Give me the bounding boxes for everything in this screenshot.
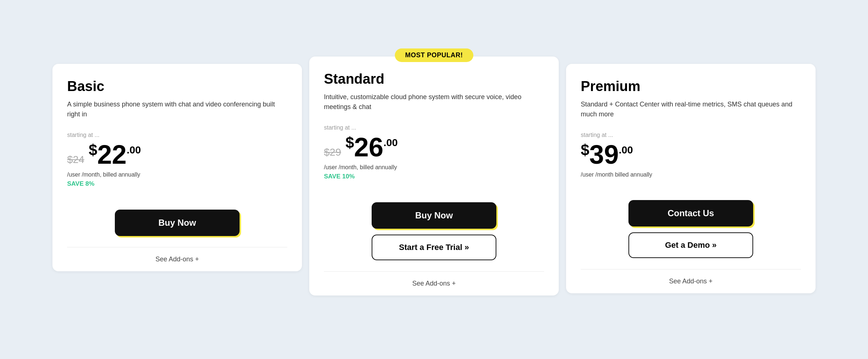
pricing-card-standard: MOST POPULAR! Standard Intuitive, custom… xyxy=(309,57,559,295)
price-dollar-premium: $ xyxy=(581,141,589,159)
price-cents-premium: .00 xyxy=(619,144,633,156)
price-amount-basic: 22 xyxy=(97,141,127,168)
btn-secondary-premium-1[interactable]: Get a Demo » xyxy=(628,232,753,258)
most-popular-badge: MOST POPULAR! xyxy=(395,48,473,62)
price-row-premium: $ 39 .00 xyxy=(581,141,801,168)
plan-description-premium: Standard + Contact Center with real-time… xyxy=(581,99,801,122)
pricing-container: Basic A simple business phone system wit… xyxy=(30,64,838,295)
card-footer-premium[interactable]: See Add-ons + xyxy=(581,269,801,293)
price-dollar-basic: $ xyxy=(89,141,97,159)
price-cents-basic: .00 xyxy=(127,144,141,156)
price-row-basic: $24 $ 22 .00 xyxy=(67,141,287,168)
price-old-basic: $24 xyxy=(67,154,84,166)
card-body-premium: Premium Standard + Contact Center with r… xyxy=(581,79,801,189)
buttons-area-standard: Buy NowStart a Free Trial » xyxy=(324,191,544,268)
pricing-card-premium: Premium Standard + Contact Center with r… xyxy=(566,64,816,293)
price-save-standard: SAVE 10% xyxy=(324,173,544,180)
price-save-basic: SAVE 8% xyxy=(67,180,287,188)
buttons-area-basic: Buy Now xyxy=(67,199,287,243)
pricing-card-basic: Basic A simple business phone system wit… xyxy=(52,64,302,271)
price-amount-premium: 39 xyxy=(589,141,619,168)
price-new-standard: $ 26 .00 xyxy=(346,134,398,160)
btn-primary-premium-0[interactable]: Contact Us xyxy=(628,200,753,226)
starting-at-standard: starting at ... xyxy=(324,124,544,131)
price-billing-premium: /user /month billed annually xyxy=(581,171,801,178)
card-body-standard: Standard Intuitive, customizable cloud p… xyxy=(324,71,544,191)
price-old-standard: $29 xyxy=(324,146,341,158)
price-new-premium: $ 39 .00 xyxy=(581,141,633,168)
starting-at-premium: starting at ... xyxy=(581,132,801,138)
price-amount-standard: 26 xyxy=(354,134,383,160)
price-cents-standard: .00 xyxy=(383,137,398,149)
price-billing-basic: /user /month, billed annually xyxy=(67,171,287,178)
card-footer-standard[interactable]: See Add-ons + xyxy=(324,271,544,295)
plan-title-basic: Basic xyxy=(67,79,287,94)
card-body-basic: Basic A simple business phone system wit… xyxy=(67,79,287,199)
price-billing-standard: /user /month, billed annually xyxy=(324,164,544,171)
btn-primary-standard-0[interactable]: Buy Now xyxy=(372,202,496,229)
btn-primary-basic-0[interactable]: Buy Now xyxy=(115,210,240,236)
btn-secondary-standard-1[interactable]: Start a Free Trial » xyxy=(372,235,496,260)
starting-at-basic: starting at ... xyxy=(67,132,287,138)
price-row-standard: $29 $ 26 .00 xyxy=(324,134,544,160)
price-dollar-standard: $ xyxy=(346,134,354,152)
plan-title-standard: Standard xyxy=(324,71,544,87)
plan-title-premium: Premium xyxy=(581,79,801,94)
price-new-basic: $ 22 .00 xyxy=(89,141,141,168)
card-footer-basic[interactable]: See Add-ons + xyxy=(67,247,287,271)
plan-description-standard: Intuitive, customizable cloud phone syst… xyxy=(324,92,544,114)
plan-description-basic: A simple business phone system with chat… xyxy=(67,99,287,122)
buttons-area-premium: Contact UsGet a Demo » xyxy=(581,189,801,265)
